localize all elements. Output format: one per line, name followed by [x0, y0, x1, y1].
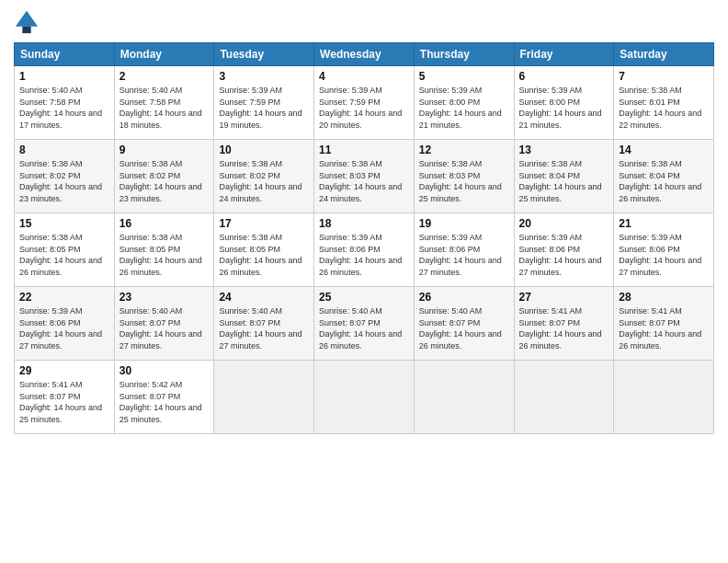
calendar-cell: 1 Sunrise: 5:40 AMSunset: 7:58 PMDayligh…	[15, 66, 115, 140]
calendar-cell: 22 Sunrise: 5:39 AMSunset: 8:06 PMDaylig…	[15, 287, 115, 361]
calendar-cell: 2 Sunrise: 5:40 AMSunset: 7:58 PMDayligh…	[114, 66, 214, 140]
day-number: 16	[119, 217, 210, 230]
day-number: 3	[219, 70, 309, 83]
calendar-cell: 16 Sunrise: 5:38 AMSunset: 8:05 PMDaylig…	[114, 213, 214, 287]
day-number: 18	[319, 217, 409, 230]
day-number: 26	[419, 291, 509, 304]
calendar-cell: 23 Sunrise: 5:40 AMSunset: 8:07 PMDaylig…	[114, 287, 214, 361]
calendar-col-header-saturday: Saturday	[614, 43, 714, 66]
calendar-cell: 27 Sunrise: 5:41 AMSunset: 8:07 PMDaylig…	[514, 287, 614, 361]
calendar-cell: 13 Sunrise: 5:38 AMSunset: 8:04 PMDaylig…	[514, 140, 614, 213]
day-info: Sunrise: 5:39 AMSunset: 8:00 PMDaylight:…	[519, 86, 602, 130]
calendar-cell: 7 Sunrise: 5:38 AMSunset: 8:01 PMDayligh…	[614, 66, 714, 140]
day-number: 27	[519, 291, 609, 304]
day-number: 10	[219, 144, 309, 156]
day-number: 30	[119, 364, 210, 377]
day-number: 4	[319, 70, 409, 83]
day-number: 20	[519, 217, 609, 230]
day-number: 7	[619, 70, 709, 83]
day-info: Sunrise: 5:38 AMSunset: 8:01 PMDaylight:…	[619, 86, 701, 130]
calendar-cell: 30 Sunrise: 5:42 AMSunset: 8:07 PMDaylig…	[114, 361, 214, 434]
day-info: Sunrise: 5:38 AMSunset: 8:05 PMDaylight:…	[119, 233, 202, 277]
day-info: Sunrise: 5:39 AMSunset: 8:06 PMDaylight:…	[319, 233, 402, 277]
day-number: 21	[619, 217, 709, 230]
day-info: Sunrise: 5:40 AMSunset: 7:58 PMDaylight:…	[19, 86, 102, 130]
day-number: 14	[619, 144, 709, 156]
day-info: Sunrise: 5:39 AMSunset: 8:06 PMDaylight:…	[619, 233, 701, 277]
calendar-cell: 15 Sunrise: 5:38 AMSunset: 8:05 PMDaylig…	[15, 213, 115, 287]
day-number: 29	[19, 364, 109, 377]
day-number: 24	[219, 291, 309, 304]
calendar-cell: 20 Sunrise: 5:39 AMSunset: 8:06 PMDaylig…	[514, 213, 614, 287]
calendar-week-row: 8 Sunrise: 5:38 AMSunset: 8:02 PMDayligh…	[15, 140, 714, 213]
day-info: Sunrise: 5:41 AMSunset: 8:07 PMDaylight:…	[619, 306, 701, 350]
day-number: 23	[119, 291, 210, 304]
calendar-cell: 28 Sunrise: 5:41 AMSunset: 8:07 PMDaylig…	[614, 287, 714, 361]
day-info: Sunrise: 5:40 AMSunset: 8:07 PMDaylight:…	[419, 306, 502, 350]
day-info: Sunrise: 5:38 AMSunset: 8:02 PMDaylight:…	[219, 159, 301, 203]
calendar-cell: 25 Sunrise: 5:40 AMSunset: 8:07 PMDaylig…	[314, 287, 415, 361]
svg-rect-1	[22, 27, 30, 33]
calendar-cell: 18 Sunrise: 5:39 AMSunset: 8:06 PMDaylig…	[314, 213, 415, 287]
logo-icon	[14, 9, 40, 35]
day-info: Sunrise: 5:39 AMSunset: 8:06 PMDaylight:…	[519, 233, 602, 277]
day-number: 25	[319, 291, 409, 304]
day-info: Sunrise: 5:39 AMSunset: 8:06 PMDaylight:…	[419, 233, 502, 277]
day-info: Sunrise: 5:38 AMSunset: 8:05 PMDaylight:…	[19, 233, 102, 277]
calendar-cell	[414, 361, 514, 434]
calendar-cell: 21 Sunrise: 5:39 AMSunset: 8:06 PMDaylig…	[614, 213, 714, 287]
calendar-col-header-sunday: Sunday	[15, 43, 115, 66]
day-info: Sunrise: 5:39 AMSunset: 7:59 PMDaylight:…	[319, 86, 402, 130]
calendar-col-header-monday: Monday	[114, 43, 214, 66]
calendar-cell: 19 Sunrise: 5:39 AMSunset: 8:06 PMDaylig…	[414, 213, 514, 287]
calendar-week-row: 29 Sunrise: 5:41 AMSunset: 8:07 PMDaylig…	[15, 361, 714, 434]
day-info: Sunrise: 5:39 AMSunset: 7:59 PMDaylight:…	[219, 86, 301, 130]
calendar-cell	[214, 361, 314, 434]
calendar-col-header-friday: Friday	[514, 43, 614, 66]
day-number: 1	[19, 70, 109, 83]
calendar-cell: 8 Sunrise: 5:38 AMSunset: 8:02 PMDayligh…	[15, 140, 115, 213]
day-number: 11	[319, 144, 409, 156]
day-info: Sunrise: 5:38 AMSunset: 8:03 PMDaylight:…	[319, 159, 402, 203]
calendar-week-row: 22 Sunrise: 5:39 AMSunset: 8:06 PMDaylig…	[15, 287, 714, 361]
calendar-cell: 24 Sunrise: 5:40 AMSunset: 8:07 PMDaylig…	[214, 287, 314, 361]
day-number: 9	[119, 144, 210, 156]
calendar-cell	[614, 361, 714, 434]
day-info: Sunrise: 5:40 AMSunset: 8:07 PMDaylight:…	[319, 306, 402, 350]
day-info: Sunrise: 5:40 AMSunset: 7:58 PMDaylight:…	[119, 86, 202, 130]
calendar-cell: 14 Sunrise: 5:38 AMSunset: 8:04 PMDaylig…	[614, 140, 714, 213]
day-info: Sunrise: 5:38 AMSunset: 8:04 PMDaylight:…	[619, 159, 701, 203]
day-info: Sunrise: 5:39 AMSunset: 8:06 PMDaylight:…	[19, 306, 102, 350]
page: SundayMondayTuesdayWednesdayThursdayFrid…	[0, 0, 728, 563]
calendar-cell: 4 Sunrise: 5:39 AMSunset: 7:59 PMDayligh…	[314, 66, 415, 140]
day-info: Sunrise: 5:42 AMSunset: 8:07 PMDaylight:…	[119, 380, 202, 424]
calendar-cell: 9 Sunrise: 5:38 AMSunset: 8:02 PMDayligh…	[114, 140, 214, 213]
day-info: Sunrise: 5:38 AMSunset: 8:03 PMDaylight:…	[419, 159, 502, 203]
day-info: Sunrise: 5:41 AMSunset: 8:07 PMDaylight:…	[19, 380, 102, 424]
calendar-cell: 6 Sunrise: 5:39 AMSunset: 8:00 PMDayligh…	[514, 66, 614, 140]
day-info: Sunrise: 5:38 AMSunset: 8:02 PMDaylight:…	[119, 159, 202, 203]
day-info: Sunrise: 5:38 AMSunset: 8:02 PMDaylight:…	[19, 159, 102, 203]
calendar-cell: 10 Sunrise: 5:38 AMSunset: 8:02 PMDaylig…	[214, 140, 314, 213]
day-info: Sunrise: 5:40 AMSunset: 8:07 PMDaylight:…	[219, 306, 301, 350]
header	[14, 9, 714, 35]
day-number: 13	[519, 144, 609, 156]
calendar-week-row: 1 Sunrise: 5:40 AMSunset: 7:58 PMDayligh…	[15, 66, 714, 140]
calendar-header-row: SundayMondayTuesdayWednesdayThursdayFrid…	[15, 43, 714, 66]
calendar-cell	[514, 361, 614, 434]
calendar-cell: 11 Sunrise: 5:38 AMSunset: 8:03 PMDaylig…	[314, 140, 415, 213]
calendar-week-row: 15 Sunrise: 5:38 AMSunset: 8:05 PMDaylig…	[15, 213, 714, 287]
day-number: 5	[419, 70, 509, 83]
day-number: 19	[419, 217, 509, 230]
calendar-cell: 12 Sunrise: 5:38 AMSunset: 8:03 PMDaylig…	[414, 140, 514, 213]
day-info: Sunrise: 5:38 AMSunset: 8:05 PMDaylight:…	[219, 233, 301, 277]
day-number: 6	[519, 70, 609, 83]
day-info: Sunrise: 5:38 AMSunset: 8:04 PMDaylight:…	[519, 159, 602, 203]
day-number: 12	[419, 144, 509, 156]
calendar-col-header-wednesday: Wednesday	[314, 43, 415, 66]
day-number: 8	[19, 144, 109, 156]
calendar-cell: 17 Sunrise: 5:38 AMSunset: 8:05 PMDaylig…	[214, 213, 314, 287]
day-info: Sunrise: 5:41 AMSunset: 8:07 PMDaylight:…	[519, 306, 602, 350]
day-number: 22	[19, 291, 109, 304]
day-number: 15	[19, 217, 109, 230]
